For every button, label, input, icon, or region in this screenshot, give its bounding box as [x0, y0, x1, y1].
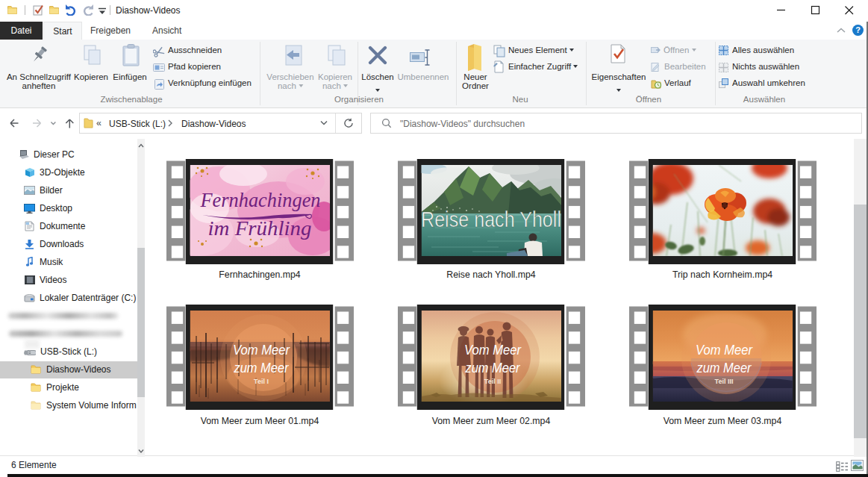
- svg-text:Vom Meer: Vom Meer: [233, 342, 290, 358]
- svg-text:Vom Meer: Vom Meer: [696, 342, 753, 358]
- svg-text:Teil II: Teil II: [484, 378, 501, 385]
- svg-text:Vom Meer: Vom Meer: [464, 342, 522, 358]
- svg-text:zum Meer: zum Meer: [465, 360, 521, 375]
- svg-text:Teil III: Teil III: [715, 378, 734, 385]
- svg-text:Fernhachingen: Fernhachingen: [200, 189, 321, 211]
- svg-text:Reise nach Yholl: Reise nach Yholl: [421, 207, 561, 231]
- svg-text:zum Meer: zum Meer: [234, 360, 290, 375]
- svg-text:zum Meer: zum Meer: [696, 360, 752, 375]
- svg-text:im Frühling: im Frühling: [208, 217, 312, 240]
- svg-text:Teil I: Teil I: [254, 378, 269, 385]
